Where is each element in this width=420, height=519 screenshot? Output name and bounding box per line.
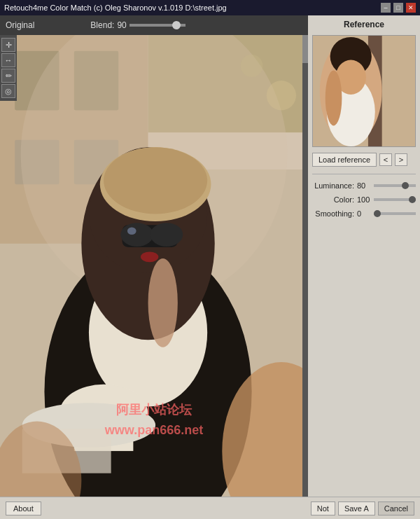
mask-tool-button[interactable]: ◎: [1, 84, 15, 98]
reference-section-label: Reference: [312, 20, 416, 29]
main-image-container: 阿里小站论坛 www.pan666.net: [0, 35, 308, 497]
luminance-row: Luminance: 80: [312, 181, 416, 190]
save-button[interactable]: Save A: [338, 501, 375, 515]
about-button[interactable]: About: [6, 501, 41, 515]
color-label: Color:: [312, 195, 354, 204]
scroll-bar[interactable]: [302, 35, 308, 497]
nav-next-button[interactable]: >: [395, 153, 407, 166]
svg-point-37: [326, 70, 342, 125]
zoom-tool-button[interactable]: ↔: [1, 53, 15, 67]
bottom-toolbar: About Not Save A Cancel: [0, 497, 420, 519]
color-value: 100: [357, 195, 371, 204]
close-button[interactable]: ✕: [406, 3, 416, 13]
left-toolbar: ✛ ↔ ✏ ◎: [0, 35, 17, 101]
blend-control: Blend: 90: [90, 20, 185, 30]
title-bar-controls: – □ ✕: [381, 3, 416, 13]
nav-prev-button[interactable]: <: [379, 153, 392, 166]
luminance-value: 80: [357, 181, 371, 190]
right-sidebar: Reference: [308, 15, 420, 497]
smoothing-slider[interactable]: [374, 212, 416, 215]
minimize-button[interactable]: –: [381, 3, 391, 13]
smoothing-label: Smoothing:: [312, 209, 354, 218]
reference-photo: [313, 36, 415, 146]
maximize-button[interactable]: □: [393, 3, 403, 13]
photo-background: [0, 35, 308, 497]
not-button[interactable]: Not: [311, 501, 335, 515]
reference-image-container: [312, 35, 416, 147]
smoothing-value: 0: [357, 209, 371, 218]
svg-point-19: [127, 228, 136, 235]
svg-point-20: [148, 258, 178, 347]
svg-point-17: [120, 223, 153, 247]
move-tool-button[interactable]: ✛: [1, 38, 15, 52]
left-panel: Original Blend: 90 ✛ ↔ ✏ ◎: [0, 15, 308, 497]
separator-1: [312, 174, 416, 174]
brush-tool-button[interactable]: ✏: [1, 69, 15, 83]
svg-point-15: [104, 147, 207, 214]
luminance-label: Luminance:: [312, 181, 354, 190]
original-label: Original: [6, 20, 34, 30]
color-row: Color: 100: [312, 195, 416, 204]
window-title: Retouch4me Color Match (c) Oleg Sharonov…: [4, 4, 227, 12]
bottom-right-buttons: Not Save A Cancel: [311, 501, 414, 515]
image-header: Original Blend: 90: [0, 15, 308, 35]
svg-point-18: [150, 223, 183, 247]
title-bar: Retouch4me Color Match (c) Oleg Sharonov…: [0, 0, 420, 15]
ref-photo-svg: [313, 36, 415, 146]
main-container: Original Blend: 90 ✛ ↔ ✏ ◎: [0, 15, 420, 519]
luminance-slider[interactable]: [374, 184, 416, 187]
blend-value: 90: [117, 20, 126, 30]
scroll-thumb[interactable]: [302, 35, 308, 63]
photo-svg: [0, 35, 308, 497]
color-slider[interactable]: [374, 198, 416, 201]
blend-label: Blend:: [90, 20, 114, 30]
svg-point-29: [241, 55, 263, 77]
cancel-button[interactable]: Cancel: [378, 501, 414, 515]
blend-slider[interactable]: [130, 24, 186, 27]
load-reference-row: Load reference < >: [312, 153, 416, 167]
smoothing-row: Smoothing: 0: [312, 209, 416, 218]
svg-point-27: [141, 251, 158, 262]
content-area: Original Blend: 90 ✛ ↔ ✏ ◎: [0, 15, 420, 497]
load-reference-button[interactable]: Load reference: [312, 153, 377, 167]
svg-point-28: [267, 81, 296, 110]
